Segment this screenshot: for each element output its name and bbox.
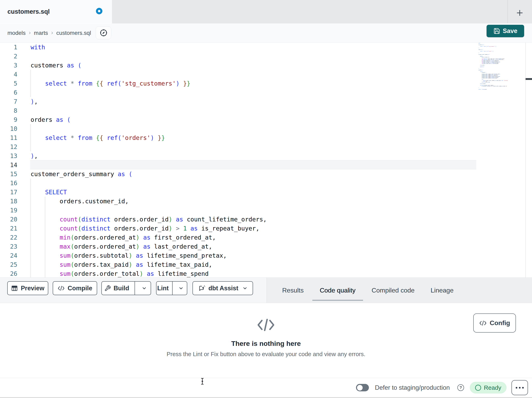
breadcrumb-item-marts[interactable]: marts (34, 30, 48, 36)
unsaved-changes-dot-icon (96, 8, 102, 14)
code-editor[interactable]: 1234567891011121314151617181920212223242… (0, 43, 532, 278)
code-line[interactable]: max(orders.ordered_at) as last_ordered_a… (31, 242, 212, 251)
line-number: 9 (14, 115, 17, 124)
chevron-right-icon: › (29, 29, 31, 37)
more-options-button[interactable] (512, 380, 528, 395)
code-line[interactable]: count(distinct orders.order_id) > 1 as i… (31, 224, 260, 233)
split-divider (134, 282, 135, 295)
scrollbar-marker[interactable] (526, 78, 532, 80)
line-number: 4 (14, 70, 17, 79)
defer-toggle[interactable] (356, 384, 369, 391)
empty-state-description: Press the Lint or Fix button above to ev… (0, 351, 532, 358)
indent-guide (30, 124, 31, 151)
line-number: 2 (14, 52, 17, 61)
code-line[interactable]: sum(orders.order_total) as lifetime_spen… (31, 269, 209, 278)
new-tab-button[interactable] (515, 8, 525, 18)
preview-button[interactable]: Preview (7, 281, 48, 295)
compile-button[interactable]: Compile (53, 281, 97, 295)
line-number: 5 (14, 79, 17, 88)
line-number: 7 (14, 97, 17, 106)
minimap[interactable]: withcustomers as ( select * from {{ ref(… (479, 43, 525, 90)
code-line[interactable]: select * from {{ ref('orders') }} (31, 133, 165, 142)
empty-state-title: There is nothing here (0, 340, 532, 347)
lint-button[interactable]: Lint (157, 282, 169, 295)
code-line[interactable]: with (31, 43, 45, 52)
result-tabs: ResultsCode qualityCompiled codeLineage (275, 278, 461, 303)
save-button[interactable]: Save (487, 25, 524, 37)
dbt-assist-button[interactable]: dbt Assist (192, 281, 253, 295)
dbt-assist-label: dbt Assist (208, 285, 238, 292)
line-number: 18 (10, 197, 17, 206)
code-icon (479, 320, 487, 326)
ibeam-cursor (199, 378, 205, 385)
config-label: Config (490, 319, 510, 327)
code-icon (57, 285, 65, 291)
code-line[interactable]: sum(orders.tax_paid) as lifetime_tax_pai… (31, 260, 212, 269)
code-line[interactable]: orders as ( (31, 115, 71, 124)
tab-customers-sql[interactable]: customers.sql (0, 0, 112, 23)
code-line[interactable]: customer_orders_summary as ( (31, 170, 132, 179)
code-line[interactable]: ), (31, 151, 38, 160)
code-line[interactable]: sum(orders.subtotal) as lifetime_spend_p… (31, 251, 227, 260)
config-button[interactable]: Config (473, 313, 516, 333)
chevron-right-icon: › (51, 29, 53, 37)
dot (516, 387, 517, 389)
code-slash-icon (257, 319, 275, 331)
line-number: 10 (10, 124, 17, 133)
tab-results[interactable]: Results (275, 278, 311, 303)
breadcrumb: models›marts›customers.sql (7, 24, 91, 42)
build-dropdown-button[interactable] (138, 282, 151, 295)
dot (522, 387, 524, 389)
chevron-down-icon (178, 286, 184, 291)
breadcrumb-item-models[interactable]: models (7, 30, 25, 36)
build-button[interactable]: Build (102, 282, 132, 295)
code-line[interactable]: select * from {{ ref('stg_customers') }} (31, 79, 190, 88)
breadcrumb-item-customers-sql[interactable]: customers.sql (56, 30, 91, 36)
ready-status-badge: Ready (470, 382, 507, 393)
line-number: 14 (10, 160, 17, 170)
active-line-highlight (30, 160, 476, 169)
navigate-compass-button[interactable] (96, 26, 111, 39)
line-number: 17 (10, 188, 17, 197)
line-number: 25 (10, 260, 17, 269)
line-number: 15 (10, 170, 17, 179)
ready-label: Ready (484, 384, 501, 391)
tab-bar: customers.sql (0, 0, 532, 23)
line-number: 1 (14, 43, 17, 52)
toggle-knob (357, 385, 363, 391)
line-number: 20 (10, 215, 17, 224)
lint-label: Lint (157, 285, 169, 292)
results-panel: There is nothing here Press the Lint or … (0, 303, 532, 378)
code-line[interactable]: min(orders.ordered_at) as first_ordered_… (31, 233, 216, 242)
tab-compiled-code[interactable]: Compiled code (364, 278, 422, 303)
line-number: 8 (14, 106, 17, 115)
help-icon[interactable]: ? (457, 384, 464, 391)
tab-code-quality[interactable]: Code quality (312, 278, 363, 303)
wrench-icon (104, 285, 111, 292)
indent-guide (30, 179, 31, 278)
tabbar-separator (507, 0, 508, 23)
chevron-down-icon (142, 286, 147, 291)
compass-icon (99, 29, 108, 37)
lint-dropdown-button[interactable] (175, 282, 187, 295)
line-number: 6 (14, 88, 17, 97)
line-number: 16 (10, 179, 17, 188)
dot (519, 387, 520, 389)
lint-split-button: Lint (156, 281, 187, 295)
plus-icon (516, 9, 524, 17)
code-line[interactable]: customers as ( (31, 61, 82, 70)
line-number: 26 (10, 269, 17, 278)
tab-lineage[interactable]: Lineage (423, 278, 461, 303)
indent-guide (30, 70, 31, 97)
breadcrumb-row: models›marts›customers.sql Save (0, 24, 532, 43)
compile-label: Compile (68, 285, 92, 292)
line-number: 19 (10, 206, 17, 215)
code-line[interactable]: SELECT (31, 188, 67, 197)
line-number: 24 (10, 251, 17, 260)
assist-chat-icon (198, 284, 206, 292)
code-line[interactable]: orders.customer_id, (31, 197, 129, 206)
code-line[interactable]: count(distinct orders.order_id) as count… (31, 215, 267, 224)
line-number: 22 (10, 233, 17, 242)
code-line[interactable]: ), (31, 97, 38, 106)
split-divider (172, 282, 173, 295)
